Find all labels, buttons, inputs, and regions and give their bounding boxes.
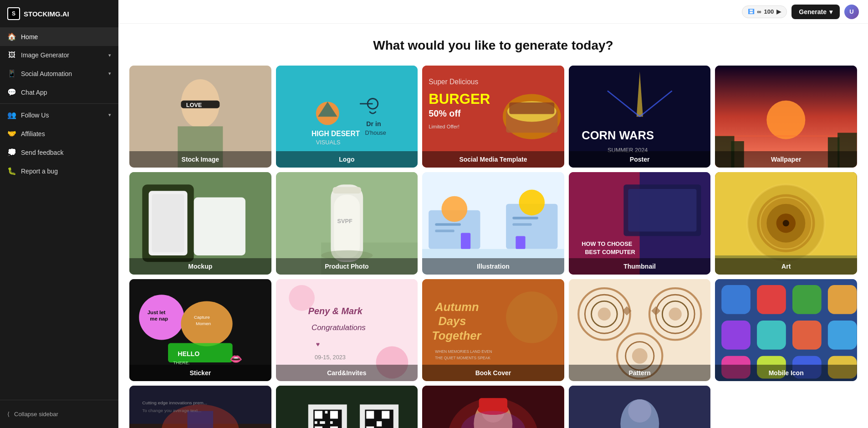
topbar: 🎞 ∞ 100 ▶ Generate ▾ U xyxy=(118,0,868,24)
main-content: What would you like to generate today? L… xyxy=(118,24,868,428)
logo-icon: S xyxy=(7,7,20,20)
sidebar-item-follow-us[interactable]: 👥 Follow Us ▾ xyxy=(0,106,118,124)
svg-rect-150 xyxy=(366,411,374,419)
chevron-down-icon-3: ▾ xyxy=(108,112,111,118)
sidebar-item-home-label: Home xyxy=(21,33,38,41)
generate-label: Generate xyxy=(799,8,827,15)
grid-item-card-invites[interactable]: Peny & Mark Congratulations ♥ 09-15, 202… xyxy=(276,279,418,381)
generate-button[interactable]: Generate ▾ xyxy=(791,5,840,19)
product-photo-label: Product Photo xyxy=(276,258,418,275)
grid-item-stock-image[interactable]: LOVE Stock Image xyxy=(129,66,271,168)
sidebar-item-home[interactable]: 🏠 Home xyxy=(0,27,118,46)
svg-text:Together: Together xyxy=(432,329,482,342)
app-name: STOCKIMG.AI xyxy=(24,10,69,18)
svg-rect-63 xyxy=(628,189,696,231)
svg-text:SVPF: SVPF xyxy=(337,218,352,225)
bug-icon: 🐛 xyxy=(7,167,16,175)
stock-image-label: Stock Image xyxy=(129,151,271,168)
svg-text:♥: ♥ xyxy=(316,340,319,347)
svg-rect-123 xyxy=(828,321,857,350)
svg-rect-144 xyxy=(330,421,333,424)
sidebar-item-social-automation-label: Social Automation xyxy=(21,70,72,77)
grid-item-pattern[interactable]: Pattern xyxy=(569,279,711,381)
svg-text:Congratulations: Congratulations xyxy=(311,323,365,332)
poster-label: Poster xyxy=(569,151,711,168)
chevron-down-icon: ▾ xyxy=(108,52,111,58)
svg-rect-142 xyxy=(315,421,317,424)
image-generator-icon: 🖼 xyxy=(7,51,16,59)
svg-text:THE QUIET MOMENTS SPEAK: THE QUIET MOMENTS SPEAK xyxy=(435,356,491,360)
sidebar: S STOCKIMG.AI 🏠 Home 🖼 Image Generator ▾… xyxy=(0,0,118,428)
svg-text:Capture: Capture xyxy=(194,314,210,319)
svg-text:Peny & Mark: Peny & Mark xyxy=(308,306,363,316)
sidebar-item-affiliates[interactable]: 🤝 Affiliates xyxy=(0,124,118,143)
svg-text:LOVE: LOVE xyxy=(186,102,202,108)
grid-item-bottom-4[interactable] xyxy=(569,386,711,428)
grid-item-sticker[interactable]: Just let me nap Capture Momen HELLO THER… xyxy=(129,279,271,381)
affiliates-icon: 🤝 xyxy=(7,129,16,138)
sidebar-item-social-automation[interactable]: 📱 Social Automation ▾ xyxy=(0,64,118,83)
sidebar-bottom: ⟨ Collapse sidebar xyxy=(0,400,118,428)
svg-rect-120 xyxy=(722,321,751,350)
svg-text:BEST COMPUTER: BEST COMPUTER xyxy=(585,249,635,255)
grid-item-bottom-3[interactable] xyxy=(422,386,564,428)
svg-rect-131 xyxy=(187,411,213,428)
grid-item-mobile-icon[interactable]: Mobile Icon xyxy=(715,279,857,381)
sidebar-item-image-generator[interactable]: 🖼 Image Generator ▾ xyxy=(0,46,118,64)
user-avatar[interactable]: U xyxy=(844,5,859,19)
bottom-1-bg: Cutting edge innovations prem... To chan… xyxy=(129,386,271,428)
sidebar-item-send-feedback[interactable]: 💭 Send feedback xyxy=(0,143,118,162)
sidebar-item-chat-app[interactable]: 💬 Chat App xyxy=(0,83,118,102)
grid-item-bottom-1[interactable]: Cutting edge innovations prem... To chan… xyxy=(129,386,271,428)
infinity-icon: ∞ xyxy=(757,8,761,15)
svg-rect-44 xyxy=(332,187,361,194)
sidebar-item-report-bug[interactable]: 🐛 Report a bug xyxy=(0,162,118,180)
app-logo[interactable]: S STOCKIMG.AI xyxy=(0,0,118,27)
bottom-3-bg xyxy=(422,386,564,428)
social-media-label: Social Media Template xyxy=(422,151,564,168)
grid-item-poster[interactable]: CORN WARS SUMMER 2024 Poster xyxy=(569,66,711,168)
svg-text:09-15, 2023: 09-15, 2023 xyxy=(315,354,346,361)
svg-point-105 xyxy=(598,307,611,320)
credits-icon: 🎞 xyxy=(748,8,754,15)
art-label: Art xyxy=(715,258,857,275)
grid-item-illustration[interactable]: Illustration xyxy=(422,172,564,274)
grid-item-bottom-2[interactable]: 40.2$ 48.2$ xyxy=(276,386,418,428)
svg-rect-121 xyxy=(757,321,786,350)
svg-rect-22 xyxy=(509,102,554,114)
sticker-label: Sticker xyxy=(129,365,271,381)
svg-rect-122 xyxy=(792,321,822,350)
svg-rect-55 xyxy=(512,217,538,219)
svg-rect-116 xyxy=(722,285,751,314)
chevron-down-icon-2: ▾ xyxy=(108,71,111,76)
svg-rect-153 xyxy=(377,421,382,426)
collapse-sidebar-button[interactable]: ⟨ Collapse sidebar xyxy=(0,406,118,423)
svg-rect-53 xyxy=(435,224,461,226)
category-grid: LOVE Stock Image HIGH DESERT VISUALS Dr … xyxy=(129,66,857,428)
svg-text:Days: Days xyxy=(439,315,466,327)
svg-rect-140 xyxy=(325,411,327,414)
svg-rect-40 xyxy=(152,194,184,252)
svg-text:Just let: Just let xyxy=(148,309,166,315)
grid-item-product-photo[interactable]: SVPF Product Photo xyxy=(276,172,418,274)
svg-text:HIGH DESERT: HIGH DESERT xyxy=(311,130,360,138)
svg-text:👄: 👄 xyxy=(230,353,243,365)
grid-item-wallpaper[interactable]: Wallpaper xyxy=(715,66,857,168)
grid-item-logo[interactable]: HIGH DESERT VISUALS Dr in D'house Logo xyxy=(276,66,418,168)
svg-point-30 xyxy=(767,101,806,139)
sidebar-item-image-generator-label: Image Generator xyxy=(21,51,69,59)
video-icon: ▶ xyxy=(776,8,781,15)
svg-text:WHEN MEMORIES LAND EVEN: WHEN MEMORIES LAND EVEN xyxy=(435,349,492,353)
grid-item-book-cover[interactable]: Autumn Days Together WHEN MEMORIES LAND … xyxy=(422,279,564,381)
grid-item-art[interactable]: Art xyxy=(715,172,857,274)
credits-badge: 🎞 ∞ 100 ▶ xyxy=(742,5,787,18)
wallpaper-label: Wallpaper xyxy=(715,151,857,168)
grid-item-thumbnail[interactable]: HOW TO CHOOSE BEST COMPUTER Thumbnail xyxy=(569,172,711,274)
svg-rect-151 xyxy=(382,411,389,419)
svg-rect-54 xyxy=(435,230,454,233)
grid-item-social-media[interactable]: Super Delicious BURGER 50% off Limited O… xyxy=(422,66,564,168)
svg-rect-58 xyxy=(461,233,470,249)
svg-text:HELLO: HELLO xyxy=(178,350,199,357)
svg-text:D'house: D'house xyxy=(365,129,386,136)
grid-item-mockup[interactable]: Mockup xyxy=(129,172,271,274)
